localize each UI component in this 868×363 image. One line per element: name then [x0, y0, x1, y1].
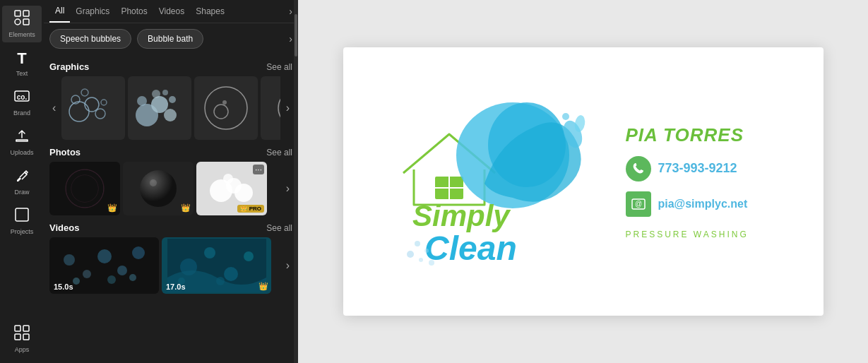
svg-text:Clean: Clean [424, 230, 517, 267]
tab-shapes[interactable]: Shapes [190, 1, 230, 22]
svg-point-67 [429, 260, 434, 266]
chip-bubble-bath[interactable]: Bubble bath [137, 29, 203, 49]
tab-all[interactable]: All [49, 0, 70, 23]
videos-see-all[interactable]: See all [266, 223, 292, 233]
svg-point-42 [132, 246, 145, 259]
sidebar-item-uploads[interactable]: Uploads [2, 124, 42, 160]
svg-point-44 [107, 275, 116, 284]
card-logo: Simply Clean [371, 85, 612, 278]
tab-graphics[interactable]: Graphics [70, 1, 115, 22]
card-phone-row: 773-993-9212 [626, 156, 737, 182]
panel-collapse-arrow[interactable]: ‹ [297, 167, 298, 196]
videos-section-header: Videos See all [49, 215, 292, 237]
photos-see-all[interactable]: See all [266, 148, 292, 157]
sidebar-item-elements[interactable]: Elements [2, 6, 42, 42]
photo-item-1[interactable]: 👑 [49, 162, 120, 215]
graphic-item-1[interactable] [61, 76, 125, 140]
chip-speech-bubbles[interactable]: Speech bubbles [49, 29, 131, 49]
sidebar-elements-label: Elements [8, 31, 35, 38]
sidebar-item-text[interactable]: T Text [2, 45, 42, 81]
graphics-scroll-area [61, 76, 280, 140]
sidebar-brand-label: Brand [13, 109, 30, 117]
svg-point-14 [95, 109, 105, 119]
svg-point-11 [69, 102, 89, 121]
svg-point-16 [81, 89, 88, 96]
svg-point-23 [162, 90, 168, 95]
apps-icon [14, 325, 30, 344]
svg-text:Simply: Simply [412, 199, 511, 232]
photo2-crown: 👑 [181, 203, 191, 213]
sidebar: Elements T Text co. Brand Uploads [0, 0, 44, 363]
card-phone-text: 773-993-9212 [658, 161, 737, 176]
panel-content: Graphics See all ‹ [44, 54, 298, 363]
chips-right-arrow[interactable]: › [289, 33, 292, 44]
photo-item-2[interactable]: 👑 [123, 162, 194, 215]
sidebar-draw-label: Draw [14, 189, 29, 196]
graphics-title: Graphics [49, 61, 89, 72]
svg-point-25 [214, 105, 228, 119]
card-email-text: pia@simplyc.net [658, 198, 748, 210]
photos-section-header: Photos See all [49, 140, 292, 162]
svg-point-60 [562, 113, 569, 120]
svg-text:co.: co. [17, 93, 28, 101]
svg-point-36 [223, 174, 233, 184]
video-item-2[interactable]: 17.0s 👑 [162, 237, 271, 294]
tab-videos[interactable]: Videos [153, 1, 190, 22]
videos-scroll-area: 15.0s [49, 237, 280, 294]
sidebar-item-draw[interactable]: Draw [2, 163, 42, 200]
photo-item-3[interactable]: ··· 👑 PRO [196, 162, 267, 215]
card-email-row: @ pia@simplyc.net [626, 191, 748, 217]
svg-point-43 [73, 278, 80, 285]
phone-icon [626, 156, 651, 182]
videos-title: Videos [49, 222, 79, 233]
sidebar-apps-label: Apps [15, 346, 30, 353]
photo3-more[interactable]: ··· [253, 165, 264, 174]
svg-point-15 [101, 100, 107, 105]
tab-bar: All Graphics Photos Videos Shapes › [44, 0, 298, 23]
tab-photos[interactable]: Photos [115, 1, 153, 22]
card-tagline: PRESSURE WASHING [626, 230, 749, 239]
video-item-1[interactable]: 15.0s [49, 237, 159, 294]
svg-rect-6 [16, 208, 28, 221]
svg-point-49 [224, 267, 238, 281]
svg-point-35 [234, 184, 253, 202]
sidebar-item-brand[interactable]: co. Brand [2, 84, 42, 121]
sidebar-text-label: Text [16, 70, 28, 77]
videos-scroll-right[interactable]: › [283, 256, 292, 275]
svg-point-45 [129, 274, 136, 281]
videos-grid: 15.0s [49, 237, 292, 294]
svg-point-2 [15, 19, 20, 25]
sidebar-item-apps[interactable]: Apps [2, 321, 42, 357]
graphic-item-3[interactable] [194, 76, 258, 140]
draw-icon [14, 167, 30, 186]
sidebar-projects-label: Projects [11, 228, 34, 235]
svg-point-12 [85, 97, 99, 112]
card-info: PIA TORRES 773-993-9212 @ pia [626, 124, 795, 239]
card-name: PIA TORRES [626, 124, 744, 146]
svg-point-39 [83, 270, 91, 278]
graphics-see-all[interactable]: See all [266, 62, 292, 72]
sidebar-item-projects[interactable]: Projects [2, 203, 42, 239]
svg-rect-8 [23, 326, 29, 331]
graphic-item-2[interactable] [128, 76, 191, 140]
tab-right-arrow[interactable]: › [289, 6, 292, 17]
brand-icon: co. [14, 88, 30, 107]
svg-point-30 [71, 174, 99, 203]
photos-scroll-right[interactable]: › [283, 179, 292, 198]
graphics-scroll-left[interactable]: ‹ [49, 99, 59, 117]
svg-text:@: @ [634, 200, 641, 208]
svg-rect-0 [15, 11, 20, 16]
svg-rect-7 [15, 326, 20, 331]
svg-point-64 [424, 249, 429, 253]
svg-rect-3 [23, 19, 29, 25]
svg-point-19 [164, 109, 177, 121]
sidebar-uploads-label: Uploads [10, 149, 33, 156]
svg-point-31 [140, 170, 177, 207]
canvas-area: Simply Clean PIA TORRES [298, 0, 868, 363]
svg-point-32 [150, 179, 157, 186]
graphic-item-4[interactable] [261, 76, 280, 140]
svg-point-20 [137, 96, 147, 106]
graphics-scroll-right[interactable]: › [283, 99, 292, 117]
video2-duration: 17.0s [166, 282, 186, 291]
photos-scroll-area: 👑 👑 [49, 162, 280, 215]
